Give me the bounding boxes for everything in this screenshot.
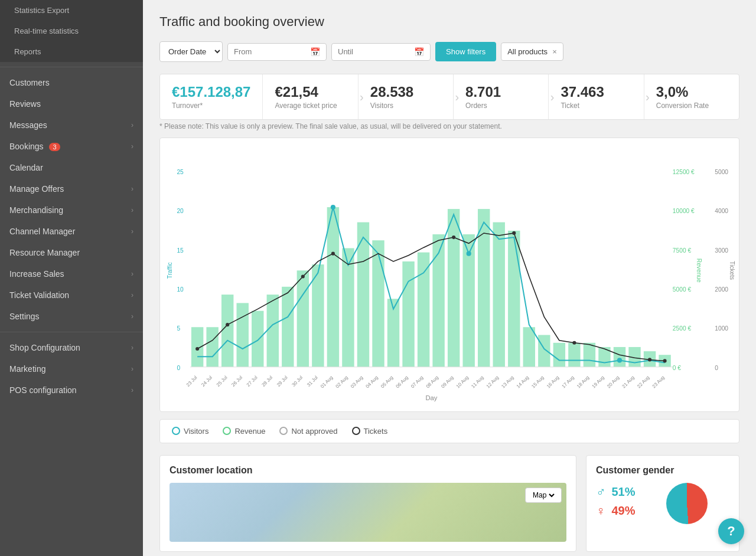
svg-rect-20 xyxy=(493,223,505,367)
svg-rect-3 xyxy=(237,303,249,367)
until-date-input-wrap: 📅 xyxy=(331,43,431,61)
chevron-right-icon: › xyxy=(131,270,133,278)
svg-text:16 Aug: 16 Aug xyxy=(546,375,561,390)
main-content: Traffic and booking overview Order Date … xyxy=(143,0,756,556)
svg-text:14 Aug: 14 Aug xyxy=(516,375,530,390)
orders-label: Orders xyxy=(465,102,536,110)
stat-cell-conversion: 3,0% Conversion Rate xyxy=(644,74,739,119)
ticket-value: 37.463 xyxy=(561,84,631,100)
sidebar-item-reviews[interactable]: Reviews xyxy=(0,93,143,115)
chevron-right-icon: › xyxy=(131,344,133,352)
svg-text:10 Aug: 10 Aug xyxy=(455,375,470,390)
avg-ticket-label: Average ticket price xyxy=(275,102,346,110)
svg-rect-28 xyxy=(614,347,625,367)
note-text: * Please note: This value is only a prev… xyxy=(159,122,739,130)
sidebar-item-manage-offers[interactable]: Manage Offers › xyxy=(0,178,143,199)
main-chart: 25 20 15 10 5 0 12500 € 10000 € 7500 € 5… xyxy=(166,150,733,403)
svg-text:18 Aug: 18 Aug xyxy=(576,375,591,390)
svg-rect-4 xyxy=(252,311,263,367)
chevron-right-icon: › xyxy=(131,312,133,320)
tickets-dot xyxy=(648,358,651,361)
svg-text:26 Jul: 26 Jul xyxy=(230,375,243,388)
legend-not-approved[interactable]: Not approved xyxy=(279,427,337,436)
svg-text:27 Jul: 27 Jul xyxy=(246,375,259,388)
sidebar-item-marketing[interactable]: Marketing › xyxy=(0,358,143,380)
arrow-icon: › xyxy=(646,90,650,104)
chevron-right-icon: › xyxy=(131,365,133,373)
tickets-legend-dot xyxy=(352,427,360,435)
y-tick-2000: 2000 xyxy=(715,286,728,293)
show-filters-button[interactable]: Show filters xyxy=(435,42,496,61)
conversion-value: 3,0% xyxy=(656,84,727,100)
filter-bar: Order Date 📅 📅 Show filters All products… xyxy=(159,41,739,62)
stat-cell-turnover: €157.128,87 Turnover* xyxy=(160,74,263,119)
svg-rect-0 xyxy=(191,327,203,367)
svg-rect-15 xyxy=(418,253,429,367)
chevron-right-icon: › xyxy=(131,291,133,299)
sidebar-item-ticket-validation[interactable]: Ticket Validation › xyxy=(0,284,143,306)
sidebar-item-increase-sales[interactable]: Increase Sales › xyxy=(0,263,143,284)
gender-pie-chart xyxy=(666,483,708,524)
date-type-select[interactable]: Order Date xyxy=(159,41,223,62)
sidebar-item-reports[interactable]: Reports xyxy=(0,41,143,62)
sidebar-top-section: Statistics Export Real-time statistics R… xyxy=(0,0,143,62)
svg-text:20 Aug: 20 Aug xyxy=(606,375,621,390)
arrow-icon: › xyxy=(550,90,555,104)
calendar-icon: 📅 xyxy=(414,47,424,57)
remove-tag-button[interactable]: × xyxy=(552,47,557,56)
map-area: Map xyxy=(170,483,566,542)
svg-text:07 Aug: 07 Aug xyxy=(410,375,425,390)
sidebar-item-resource-manager[interactable]: Resource Manager xyxy=(0,242,143,263)
y-rev-12500: 12500 € xyxy=(673,169,695,175)
sidebar-item-bookings[interactable]: Bookings 3 › xyxy=(0,136,143,157)
sidebar-item-channel-manager[interactable]: Channel Manager › xyxy=(0,221,143,242)
chevron-right-icon: › xyxy=(131,185,133,193)
legend-tickets[interactable]: Tickets xyxy=(352,427,388,436)
sidebar-item-calendar[interactable]: Calendar xyxy=(0,157,143,178)
svg-rect-17 xyxy=(448,209,460,367)
sidebar-item-pos-configuration[interactable]: POS configuration › xyxy=(0,380,143,401)
svg-text:21 Aug: 21 Aug xyxy=(621,375,636,390)
from-date-input[interactable] xyxy=(234,47,307,56)
y-rev-0: 0 € xyxy=(673,365,682,371)
customer-location-section: Customer location Map xyxy=(159,455,576,552)
legend-visitors[interactable]: Visitors xyxy=(172,427,208,436)
sidebar-item-statistics-export[interactable]: Statistics Export xyxy=(0,0,143,21)
visitors-label: Visitors xyxy=(370,102,441,110)
stats-row: €157.128,87 Turnover* › €21,54 Average t… xyxy=(159,74,739,120)
y-tick-10: 10 xyxy=(177,286,184,293)
map-type-select[interactable]: Map xyxy=(530,490,556,500)
y-rev-2500: 2500 € xyxy=(673,325,692,332)
sidebar-item-realtime[interactable]: Real-time statistics xyxy=(0,21,143,41)
until-date-input[interactable] xyxy=(338,47,410,56)
visitors-legend-dot xyxy=(172,427,180,435)
svg-text:09 Aug: 09 Aug xyxy=(440,375,455,390)
chevron-right-icon: › xyxy=(131,386,133,394)
sidebar-item-customers[interactable]: Customers xyxy=(0,72,143,93)
customer-gender-title: Customer gender xyxy=(596,465,729,476)
y-rev-5000: 5000 € xyxy=(673,286,692,293)
svg-text:08 Aug: 08 Aug xyxy=(425,375,440,390)
legend-revenue[interactable]: Revenue xyxy=(223,427,265,436)
svg-rect-26 xyxy=(584,343,595,367)
avg-ticket-value: €21,54 xyxy=(275,84,346,100)
sidebar-item-messages[interactable]: Messages › xyxy=(0,115,143,136)
svg-text:13 Aug: 13 Aug xyxy=(500,375,515,390)
sidebar-divider-1 xyxy=(0,67,143,67)
male-icon: ♂ xyxy=(596,485,606,500)
svg-rect-6 xyxy=(282,287,294,367)
y-tick-0r: 0 xyxy=(715,365,718,371)
sidebar-item-settings[interactable]: Settings › xyxy=(0,306,143,327)
sidebar-item-merchandising[interactable]: Merchandising › xyxy=(0,199,143,221)
visitors-value: 28.538 xyxy=(370,84,441,100)
svg-rect-1 xyxy=(206,327,218,367)
svg-text:05 Aug: 05 Aug xyxy=(380,375,395,390)
sidebar-item-shop-configuration[interactable]: Shop Configuration › xyxy=(0,337,143,358)
y-rev-10000: 10000 € xyxy=(673,208,695,214)
svg-text:25 Jul: 25 Jul xyxy=(216,375,229,388)
svg-rect-9 xyxy=(327,207,339,367)
ticket-label: Ticket xyxy=(561,102,631,110)
help-button[interactable]: ? xyxy=(718,518,744,544)
stat-cell-avg-ticket: › €21,54 Average ticket price xyxy=(263,74,358,119)
svg-text:17 Aug: 17 Aug xyxy=(561,375,575,390)
